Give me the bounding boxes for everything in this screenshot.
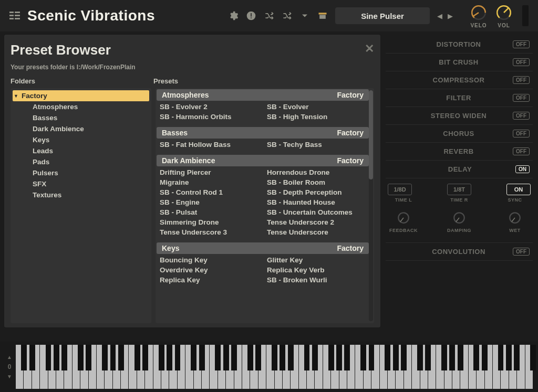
black-key[interactable] [458,345,463,370]
black-key[interactable] [199,345,205,370]
fx-row[interactable]: DISTORTIONOFF [386,36,533,54]
scrollbar-thumb[interactable] [369,90,373,179]
black-key[interactable] [336,345,342,370]
black-key[interactable] [482,345,488,370]
octave-up-icon[interactable]: ▲ [7,354,12,360]
folder-item[interactable]: Dark Ambience [11,123,151,134]
fx-toggle[interactable]: OFF [513,147,530,155]
black-key[interactable] [369,345,375,370]
fx-row[interactable]: STEREO WIDENOFF [386,107,533,125]
black-key[interactable] [118,345,124,370]
black-key[interactable] [425,345,431,370]
black-key[interactable] [21,345,27,370]
preset-item[interactable]: SB - Evolver [266,102,369,112]
preset-item[interactable]: SB - Pulsat [159,207,262,217]
alert-icon[interactable] [246,10,256,21]
black-key[interactable] [417,345,423,370]
black-key[interactable] [215,345,221,370]
preset-item[interactable]: SB - Evolver 2 [159,102,262,112]
black-key[interactable] [102,345,108,370]
fx-toggle[interactable]: OFF [513,112,530,120]
black-key[interactable] [46,345,51,370]
delay-time-r-button[interactable]: 1/8T [447,184,471,195]
piano-keys[interactable] [16,345,533,389]
preset-item[interactable]: SB - Broken Wurli [266,275,369,285]
fx-row[interactable]: BIT CRUSHOFF [386,54,533,71]
black-key[interactable] [86,345,91,370]
black-key[interactable] [473,345,479,370]
black-key[interactable] [29,345,35,370]
black-key[interactable] [223,345,229,370]
delay-wet-knob[interactable]: WET [499,210,531,233]
black-key[interactable] [175,345,181,370]
black-key[interactable] [288,345,294,370]
folder-item[interactable]: Pads [11,156,151,167]
black-key[interactable] [280,345,285,370]
black-key[interactable] [385,345,390,370]
preset-item[interactable]: SB - Techy Bass [266,140,369,150]
black-key[interactable] [54,345,59,370]
black-key[interactable] [142,345,148,370]
preset-item[interactable]: SB - Boiler Room [266,177,369,187]
preset-item[interactable]: SB - Uncertain Outcomes [266,207,369,217]
black-key[interactable] [272,345,277,370]
black-key[interactable] [191,345,196,370]
black-key[interactable] [134,345,140,370]
scrollbar-track[interactable] [369,90,373,321]
preset-item[interactable]: SB - Fat Hollow Bass [159,140,262,150]
close-icon[interactable]: ✕ [365,42,374,56]
menu-icon[interactable] [9,10,20,21]
black-key[interactable] [514,345,520,370]
black-key[interactable] [247,345,253,370]
black-key[interactable] [530,345,536,370]
delay-time-l-button[interactable]: 1/8D [388,184,412,195]
black-key[interactable] [231,345,237,370]
black-key[interactable] [498,345,504,370]
fx-toggle[interactable]: OFF [513,40,530,48]
delay-feedback-knob[interactable]: FEEDBACK [388,210,419,233]
folder-item[interactable]: Pulsers [11,167,151,178]
folder-item[interactable]: Atmospheres [11,101,151,112]
black-key[interactable] [167,345,172,370]
folder-item[interactable]: SFX [11,178,151,189]
preset-item[interactable]: Drifting Piercer [159,167,262,177]
fx-toggle[interactable]: OFF [513,94,530,102]
black-key[interactable] [110,345,116,370]
preset-item[interactable]: SB - High Tension [266,112,369,122]
preset-display[interactable]: Sine Pulser [335,7,430,24]
preset-item[interactable]: Replica Key Verb [266,265,369,275]
black-key[interactable] [360,345,366,370]
preset-item[interactable]: SB - Harmonic Orbits [159,112,262,122]
black-key[interactable] [441,345,447,370]
folder-item[interactable]: Textures [11,189,151,200]
black-key[interactable] [304,345,310,370]
black-key[interactable] [344,345,350,370]
black-key[interactable] [328,345,334,370]
delay-damping-knob[interactable]: DAMPING [443,210,475,233]
velo-knob[interactable]: VELO [470,4,488,28]
preset-item[interactable]: Horrendous Drone [266,167,369,177]
vol-knob[interactable]: VOL [495,4,513,28]
folder-item[interactable]: Basses [11,112,151,123]
black-key[interactable] [449,345,455,370]
prev-preset-icon[interactable]: ◀ [437,12,442,20]
preset-item[interactable]: Overdrive Key [159,265,262,275]
preset-item[interactable]: SB - Depth Perception [266,187,369,197]
fx-row[interactable]: FILTEROFF [386,89,533,107]
preset-item[interactable]: Bouncing Key [159,255,262,265]
folder-root[interactable]: ▼ Factory [13,90,149,101]
delay-sync-button[interactable]: ON [506,184,531,195]
preset-item[interactable]: SB - Control Rod 1 [159,187,262,197]
fx-convolution-row[interactable]: CONVOLUTION OFF [386,243,533,261]
preset-item[interactable]: Tense Underscore 3 [159,227,262,237]
fx-toggle[interactable]: OFF [513,130,530,137]
fx-toggle[interactable]: OFF [513,76,530,84]
black-key[interactable] [393,345,399,370]
folder-item[interactable]: Keys [11,134,151,145]
octave-down-icon[interactable]: ▼ [7,374,12,379]
archive-icon[interactable] [317,10,328,21]
preset-item[interactable]: Tense Underscore [266,227,369,237]
black-key[interactable] [159,345,164,370]
preset-item[interactable]: SB - Engine [159,197,262,207]
fx-row[interactable]: REVERBOFF [386,143,533,161]
